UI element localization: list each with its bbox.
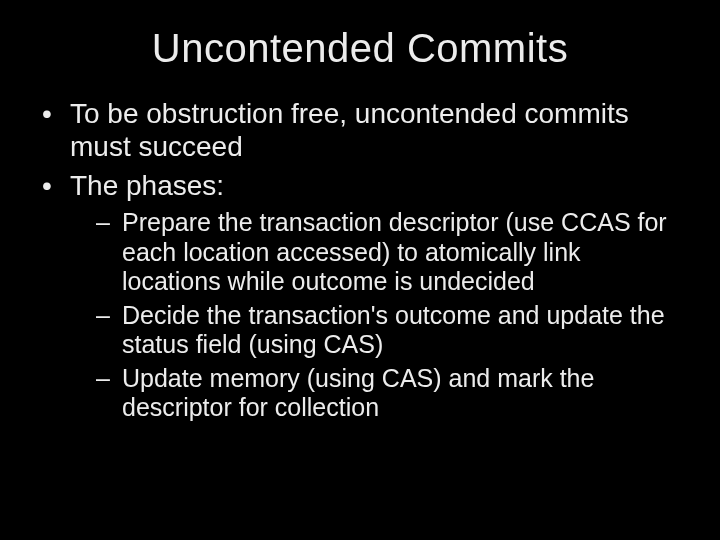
sub-bullet-text: Decide the transaction's outcome and upd… bbox=[122, 301, 665, 359]
bullet-item: To be obstruction free, uncontended comm… bbox=[36, 97, 684, 163]
sub-bullet-item: Decide the transaction's outcome and upd… bbox=[94, 301, 684, 360]
bullet-list: To be obstruction free, uncontended comm… bbox=[36, 97, 684, 423]
sub-bullet-list: Prepare the transaction descriptor (use … bbox=[70, 208, 684, 423]
bullet-item: The phases: Prepare the transaction desc… bbox=[36, 169, 684, 423]
sub-bullet-text: Prepare the transaction descriptor (use … bbox=[122, 208, 667, 295]
bullet-text: The phases: bbox=[70, 170, 224, 201]
sub-bullet-item: Update memory (using CAS) and mark the d… bbox=[94, 364, 684, 423]
bullet-text: To be obstruction free, uncontended comm… bbox=[70, 98, 629, 162]
slide-content: To be obstruction free, uncontended comm… bbox=[0, 97, 720, 423]
sub-bullet-item: Prepare the transaction descriptor (use … bbox=[94, 208, 684, 297]
slide-title: Uncontended Commits bbox=[0, 0, 720, 97]
sub-bullet-text: Update memory (using CAS) and mark the d… bbox=[122, 364, 594, 422]
slide: Uncontended Commits To be obstruction fr… bbox=[0, 0, 720, 540]
